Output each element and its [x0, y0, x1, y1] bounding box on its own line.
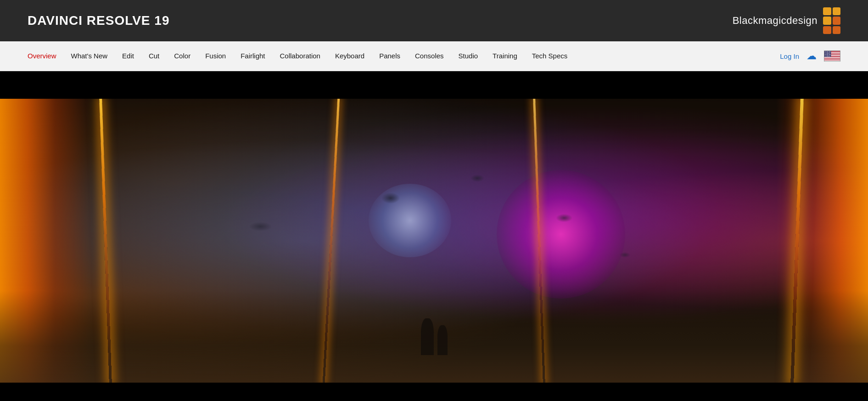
logo-text: Blackmagicdesign: [733, 15, 818, 27]
cloud-icon[interactable]: ☁: [806, 50, 817, 62]
nav-link-whats-new[interactable]: What's New: [71, 52, 108, 60]
nav-item-collaboration[interactable]: Collaboration: [280, 52, 320, 60]
nav-link-cut[interactable]: Cut: [149, 52, 159, 60]
nav-item-color[interactable]: Color: [174, 52, 190, 60]
nav-link-color[interactable]: Color: [174, 52, 190, 60]
nav-link-consoles[interactable]: Consoles: [415, 52, 444, 60]
hero-section: [0, 99, 868, 383]
nav-item-cut[interactable]: Cut: [149, 52, 159, 60]
logo-area: Blackmagicdesign: [733, 7, 840, 34]
nav-link-studio[interactable]: Studio: [459, 52, 478, 60]
nav-item-fairlight[interactable]: Fairlight: [241, 52, 265, 60]
nav-links: Overview What's New Edit Cut Color Fusio…: [28, 52, 567, 60]
figure-1: [421, 318, 434, 355]
nav-link-fairlight[interactable]: Fairlight: [241, 52, 265, 60]
nav-item-keyboard[interactable]: Keyboard: [335, 52, 364, 60]
header-bar: DAVINCI RESOLVE 19 Blackmagicdesign: [0, 0, 868, 41]
nav-item-whats-new[interactable]: What's New: [71, 52, 108, 60]
nav-link-collaboration[interactable]: Collaboration: [280, 52, 320, 60]
svg-text:★: ★: [829, 55, 830, 57]
flag-icon[interactable]: ★★★★★ ★★★★ ★★★★★ ★★★★: [824, 51, 840, 62]
nav-item-tech-specs[interactable]: Tech Specs: [532, 52, 568, 60]
nav-right: Log In ☁ ★★★★★ ★★★★ ★★★★★ ★★★: [780, 50, 840, 62]
nav-link-edit[interactable]: Edit: [122, 52, 134, 60]
svg-rect-5: [824, 59, 840, 60]
nav-item-edit[interactable]: Edit: [122, 52, 134, 60]
nav-link-tech-specs[interactable]: Tech Specs: [532, 52, 568, 60]
nav-item-overview[interactable]: Overview: [28, 52, 56, 60]
nav-link-training[interactable]: Training: [493, 52, 517, 60]
nav-item-consoles[interactable]: Consoles: [415, 52, 444, 60]
nav-item-training[interactable]: Training: [493, 52, 517, 60]
svg-rect-4: [824, 57, 840, 58]
black-spacer: [0, 71, 868, 99]
nav-link-overview[interactable]: Overview: [28, 52, 56, 60]
nav-item-panels[interactable]: Panels: [379, 52, 400, 60]
nav-link-fusion[interactable]: Fusion: [205, 52, 226, 60]
blackmagic-logo-icon: [823, 7, 840, 34]
nav-link-panels[interactable]: Panels: [379, 52, 400, 60]
figure-2: [437, 325, 448, 355]
nav-bar: Overview What's New Edit Cut Color Fusio…: [0, 41, 868, 71]
nav-link-keyboard[interactable]: Keyboard: [335, 52, 364, 60]
svg-rect-6: [824, 60, 840, 61]
site-title: DAVINCI RESOLVE 19: [28, 13, 169, 28]
nav-item-studio[interactable]: Studio: [459, 52, 478, 60]
figure-silhouettes: [421, 318, 448, 355]
login-link[interactable]: Log In: [780, 52, 799, 60]
nav-item-fusion[interactable]: Fusion: [205, 52, 226, 60]
